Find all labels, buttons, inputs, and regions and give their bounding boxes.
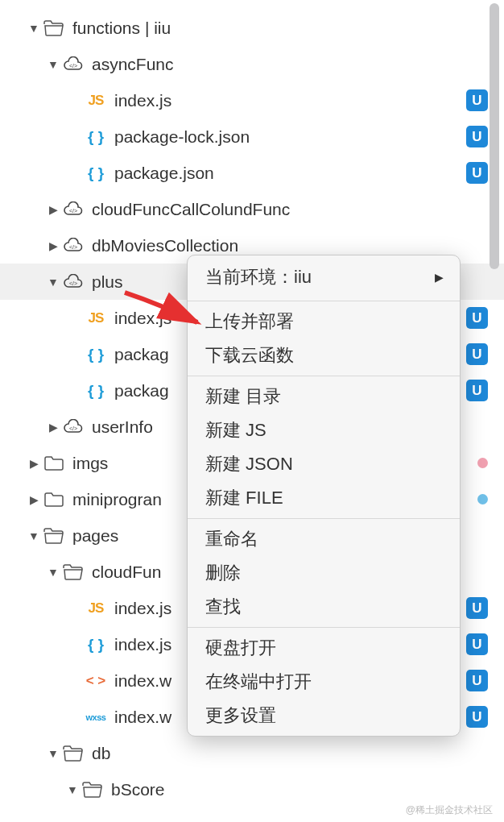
- context-menu-header[interactable]: 当前环境：iiu ▶: [188, 259, 460, 297]
- json-icon: { }: [84, 164, 108, 182]
- menu-separator: [188, 376, 460, 376]
- svg-text:</>: </>: [69, 426, 77, 431]
- caret-down-icon: ▼: [27, 22, 40, 35]
- caret-right-icon: ▶: [47, 421, 60, 434]
- json-icon: { }: [84, 636, 108, 654]
- caret-down-icon: ▼: [66, 783, 79, 796]
- tree-file-packagejson[interactable]: { } package.json U: [0, 155, 504, 191]
- folder-open-icon: [61, 745, 85, 762]
- caret-down-icon: ▼: [27, 529, 40, 542]
- caret-right-icon: ▶: [47, 203, 60, 216]
- caret-right-icon: ▶: [27, 493, 40, 506]
- json-icon: { }: [84, 346, 108, 363]
- caret-right-icon: ▶: [47, 239, 60, 252]
- svg-text:</>: </>: [69, 208, 77, 214]
- wxml-icon: < >: [84, 673, 108, 689]
- tree-cloud-cloudfunccall[interactable]: ▶ </> cloudFuncCallColundFunc: [0, 191, 504, 227]
- status-badge: U: [466, 126, 488, 147]
- folder-label: cloudFuncCallColundFunc: [92, 200, 488, 219]
- svg-text:</>: </>: [69, 63, 77, 68]
- menu-item-new-dir[interactable]: 新建 目录: [188, 380, 460, 413]
- json-icon: { }: [84, 382, 108, 400]
- cloud-icon: </>: [61, 56, 85, 73]
- js-icon: JS: [84, 310, 108, 326]
- status-badge: U: [466, 633, 488, 655]
- menu-item-new-js[interactable]: 新建 JS: [188, 413, 460, 447]
- folder-open-icon: [42, 528, 66, 544]
- tree-file-indexjs[interactable]: JS index.js U: [0, 82, 504, 118]
- status-badge: U: [466, 597, 488, 619]
- status-badge: U: [466, 380, 488, 401]
- folder-open-icon: [61, 564, 85, 580]
- folder-open-icon: [42, 20, 66, 36]
- status-badge: U: [466, 89, 488, 111]
- tree-folder-bscore[interactable]: ▼ bScore: [0, 771, 504, 807]
- menu-separator: [188, 518, 460, 519]
- tree-folder-functions[interactable]: ▼ functions | iiu: [0, 10, 504, 46]
- tree-file-packagelock[interactable]: { } package-lock.json U: [0, 118, 504, 155]
- caret-down-icon: ▼: [47, 58, 60, 71]
- caret-right-icon: ▶: [27, 457, 40, 470]
- cloud-icon: </>: [61, 419, 85, 435]
- file-label: package.json: [114, 164, 466, 183]
- js-icon: JS: [84, 93, 108, 109]
- menu-item-open-disk[interactable]: 硬盘打开: [188, 631, 460, 665]
- file-label: package-lock.json: [114, 127, 466, 147]
- context-menu-env-label: 当前环境：iiu: [205, 265, 312, 289]
- chevron-right-icon: ▶: [435, 271, 444, 284]
- scrollbar[interactable]: [490, 3, 499, 269]
- status-badge: U: [466, 670, 488, 691]
- caret-down-icon: ▼: [47, 747, 60, 760]
- menu-item-find[interactable]: 查找: [188, 590, 460, 624]
- status-badge: U: [466, 307, 488, 329]
- menu-item-delete[interactable]: 删除: [188, 556, 460, 590]
- watermark: @稀土掘金技术社区: [406, 803, 493, 817]
- wxss-icon: wxss: [84, 712, 108, 722]
- status-dot: [477, 494, 488, 504]
- folder-label: db: [92, 744, 488, 763]
- menu-item-rename[interactable]: 重命名: [188, 522, 460, 556]
- status-dot: [477, 458, 488, 468]
- folder-label: dbMoviesCollection: [92, 236, 488, 255]
- caret-down-icon: ▼: [47, 276, 60, 289]
- menu-separator: [188, 301, 460, 301]
- menu-item-download-cloudfn[interactable]: 下载云函数: [188, 338, 460, 372]
- folder-label: bScore: [111, 780, 488, 799]
- svg-text:</>: </>: [69, 244, 77, 250]
- json-icon: { }: [84, 128, 108, 146]
- status-badge: U: [466, 343, 488, 365]
- cloud-icon: </>: [61, 201, 85, 218]
- file-label: index.js: [114, 91, 466, 110]
- folder-label: functions | iiu: [72, 19, 488, 38]
- cloud-icon: </>: [61, 238, 85, 254]
- caret-down-icon: ▼: [47, 566, 60, 579]
- context-menu: 当前环境：iiu ▶ 上传并部署 下载云函数 新建 目录 新建 JS 新建 JS…: [187, 255, 461, 737]
- menu-item-open-terminal[interactable]: 在终端中打开: [188, 665, 460, 699]
- tree-cloud-asyncfunc[interactable]: ▼ </> asyncFunc: [0, 46, 504, 82]
- menu-item-new-file[interactable]: 新建 FILE: [188, 481, 460, 515]
- tree-folder-db[interactable]: ▼ db: [0, 735, 504, 771]
- folder-label: asyncFunc: [92, 55, 488, 74]
- menu-item-more-settings[interactable]: 更多设置: [188, 699, 460, 733]
- cloud-icon: </>: [61, 274, 85, 290]
- status-badge: U: [466, 162, 488, 184]
- folder-icon: [42, 492, 66, 508]
- menu-item-new-json[interactable]: 新建 JSON: [188, 447, 460, 481]
- menu-separator: [188, 627, 460, 628]
- svg-text:</>: </>: [69, 280, 77, 286]
- folder-open-icon: [81, 782, 105, 798]
- menu-item-upload-deploy[interactable]: 上传并部署: [188, 305, 460, 338]
- js-icon: JS: [84, 600, 108, 616]
- status-badge: U: [466, 706, 488, 728]
- folder-icon: [42, 455, 66, 471]
